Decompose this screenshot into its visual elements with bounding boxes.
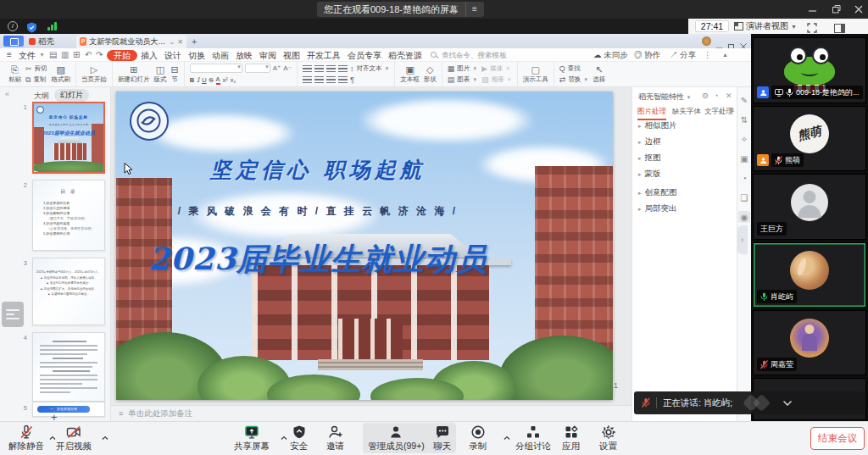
- participant-tile[interactable]: 王巨方: [753, 174, 866, 240]
- invite-button[interactable]: 邀请: [326, 424, 344, 454]
- collapse-panel-icon[interactable]: «: [5, 90, 9, 98]
- italic-button[interactable]: I: [197, 76, 199, 84]
- restore-button[interactable]: [831, 3, 843, 15]
- strike-button[interactable]: S: [209, 76, 214, 84]
- new-tab-button[interactable]: +: [192, 36, 197, 47]
- menu-devtools[interactable]: 开发工具: [307, 50, 341, 62]
- unmute-button[interactable]: 解除静音: [8, 424, 44, 454]
- view-mode-button[interactable]: 演讲者视图 ▼: [734, 19, 797, 33]
- manage-members-button[interactable]: 管理成员(99+): [363, 423, 430, 453]
- select-button[interactable]: ↖选择: [593, 64, 605, 84]
- share-screen-button[interactable]: 共享屏幕: [234, 424, 270, 454]
- menu-view[interactable]: 视图: [283, 50, 300, 62]
- viewing-banner[interactable]: 您正在观看009-18-楚艳鸽的屏幕 ≡: [317, 2, 484, 17]
- collapse-chevron-icon[interactable]: [782, 400, 793, 407]
- bullets-icon[interactable]: [303, 76, 312, 83]
- slide-thumb-1[interactable]: 坚定信心 职场起航 / 乘 风 破 浪 会 有 时 / 直 挂 云 帆 济 沧 …: [32, 102, 105, 174]
- album-button[interactable]: ▧相册▼: [481, 75, 511, 84]
- copy-button[interactable]: ⧉复制: [25, 75, 47, 85]
- font-size-select[interactable]: [245, 64, 270, 73]
- tab-close-icon[interactable]: ✕: [177, 38, 183, 46]
- share-options-caret[interactable]: [281, 429, 287, 444]
- bell-icon[interactable]: ◔: [714, 92, 718, 100]
- strip-help-icon[interactable]: ◔: [738, 172, 750, 184]
- linespacing-icon[interactable]: [338, 76, 348, 83]
- minimize-button[interactable]: [807, 3, 819, 15]
- align-text-button[interactable]: 对齐文本: [356, 64, 381, 73]
- undo-icon[interactable]: ↶: [85, 50, 92, 59]
- wps-home-button[interactable]: [3, 36, 24, 47]
- close-button[interactable]: [853, 3, 865, 15]
- ai-item-highlight[interactable]: ▸局部突出: [638, 203, 677, 214]
- font-name-select[interactable]: [190, 64, 242, 73]
- print-icon[interactable]: ▥: [61, 50, 69, 59]
- ai-item-border[interactable]: ▸边框: [638, 136, 661, 147]
- mic-options-caret[interactable]: [49, 429, 56, 444]
- replace-button[interactable]: ⇄替换▼: [559, 75, 589, 84]
- underline-button[interactable]: U: [202, 76, 206, 84]
- panel-collapse-handle[interactable]: ›: [737, 225, 748, 254]
- slide-thumb-2[interactable]: 目 录 1.就业形势的分析 2.就业心态的调适 3.就业典型的分享 （两位学长、…: [32, 180, 105, 251]
- network-signal-icon[interactable]: [47, 22, 57, 31]
- start-video-button[interactable]: 开启视频: [56, 424, 92, 454]
- indent-icon[interactable]: [326, 76, 336, 83]
- share-button[interactable]: ↗ 分享: [670, 50, 696, 61]
- participant-tile[interactable]: 熊萌 熊萌: [753, 106, 866, 171]
- redo-icon[interactable]: ↷: [96, 50, 103, 59]
- sync-status[interactable]: ☁ 未同步: [593, 50, 628, 61]
- floating-tool-widget[interactable]: [2, 302, 24, 327]
- ai-item-mask[interactable]: ▸蒙版: [638, 169, 661, 180]
- menu-member[interactable]: 会员专享: [348, 50, 381, 62]
- ai-item-similar[interactable]: ▸相似图片: [638, 120, 677, 131]
- layout-button[interactable]: ◫版式: [154, 64, 167, 84]
- participant-tile[interactable]: 009-18-楚艳鸽的...: [753, 37, 866, 103]
- chart-button[interactable]: ▤图表▼: [448, 75, 477, 84]
- hamburger-icon[interactable]: ≡: [7, 50, 12, 59]
- superscript-button[interactable]: x²: [223, 76, 228, 84]
- breakout-rooms-button[interactable]: 分组讨论: [515, 424, 551, 454]
- preview-icon[interactable]: ⊞: [73, 50, 80, 59]
- menu-transition[interactable]: 切换: [188, 50, 205, 62]
- strip-active-icon[interactable]: ◉: [738, 211, 750, 223]
- strip-sort-icon[interactable]: ⇅: [738, 114, 750, 125]
- numbering-icon[interactable]: [314, 76, 324, 83]
- menu-home[interactable]: 开始: [107, 50, 137, 61]
- font-shrink-icon[interactable]: A⁻: [283, 64, 292, 72]
- ai-item-cutout[interactable]: ▸抠图: [638, 153, 661, 164]
- banner-menu-icon[interactable]: ≡: [465, 2, 477, 17]
- menu-docer-res[interactable]: 稻壳资源: [388, 50, 422, 62]
- menu-review[interactable]: 审阅: [259, 50, 276, 62]
- find-button[interactable]: Q查找: [559, 64, 589, 73]
- section-button[interactable]: ⊟节: [171, 64, 179, 84]
- strip-edit-icon[interactable]: ✎: [738, 94, 750, 106]
- slide-thumb-3[interactable]: 2023年考研报名约500万人，2023年达474万人。 ▲ 就业市场竞争加剧，…: [32, 258, 105, 325]
- bold-button[interactable]: B: [190, 76, 194, 84]
- align-right-icon[interactable]: [326, 65, 336, 72]
- strip-frame-icon[interactable]: ▣: [738, 153, 750, 164]
- record-button[interactable]: 录制: [469, 424, 487, 454]
- save-icon[interactable]: ▤: [49, 50, 57, 59]
- picture-button[interactable]: ▦图片▼: [448, 64, 477, 73]
- slide-thumb-5[interactable]: 一、就业形势分析: [32, 402, 105, 417]
- collab-button[interactable]: ◎ 协作: [634, 50, 660, 61]
- notes-bar[interactable]: ≡ 单击此处添加备注: [111, 405, 632, 421]
- font-grow-icon[interactable]: A⁺: [273, 64, 281, 72]
- align-justify-icon[interactable]: [338, 65, 348, 72]
- tab-docer[interactable]: 稻壳: [29, 36, 54, 47]
- ai-tab-fonts[interactable]: 缺失字体: [672, 107, 701, 117]
- command-search-input[interactable]: 查找命令、搜索模板: [442, 51, 507, 61]
- end-meeting-button[interactable]: 结束会议: [810, 427, 865, 450]
- shape-button[interactable]: ◇形状: [424, 64, 437, 84]
- collapse-ribbon-icon[interactable]: ▲: [722, 52, 728, 58]
- media-button[interactable]: ▶媒体▼: [481, 64, 511, 73]
- menu-animation[interactable]: 动画: [212, 50, 229, 62]
- security-button[interactable]: 安全: [290, 424, 308, 454]
- tab-outline[interactable]: 大纲: [34, 91, 49, 102]
- paste-button[interactable]: ⎘粘贴: [8, 64, 21, 84]
- more-icon[interactable]: ⋮: [704, 50, 712, 59]
- participant-tile[interactable]: 周嘉莹: [753, 310, 866, 375]
- wps-avatar[interactable]: [702, 36, 711, 46]
- new-slide-button[interactable]: ⊞新建幻灯片: [118, 64, 150, 84]
- record-options-caret[interactable]: [504, 429, 510, 444]
- tab-slides[interactable]: 幻灯片: [54, 89, 89, 102]
